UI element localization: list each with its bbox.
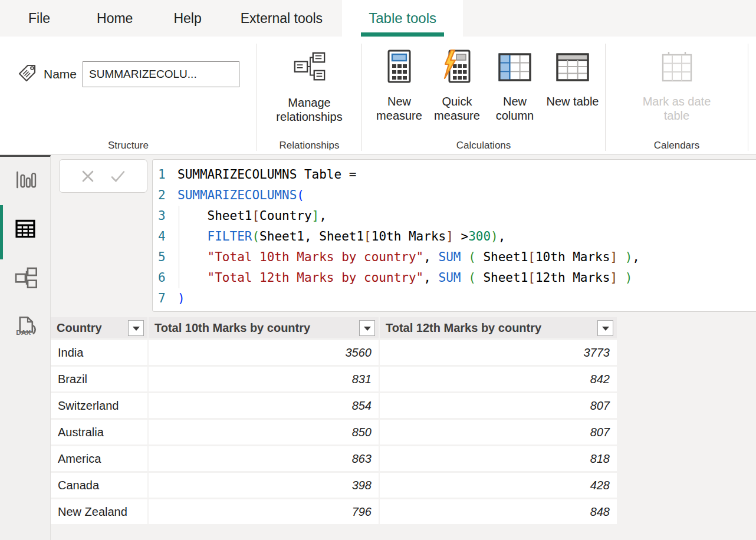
menu-item-external-tools[interactable]: External tools [241,0,323,37]
code-text: "Total 10th Marks by country", SUM ( She… [178,247,640,268]
quick-measure-button[interactable]: Quick measure [428,37,486,123]
name-label: Name [44,67,77,81]
menu-item-file[interactable]: File [28,0,50,37]
value-cell[interactable]: 807 [380,393,617,418]
column-header-2[interactable]: Total 12th Marks by country [380,317,617,338]
dax-query-view-icon: DAX [13,314,38,341]
filter-dropdown-icon [133,327,140,331]
country-cell[interactable]: Australia [51,420,147,444]
line-number: 1 [156,164,170,185]
ribbon-group-calendars: Mark as date table Calendars [606,37,748,154]
country-cell[interactable]: India [51,340,147,365]
quick-measure-label: Quick measure [428,94,486,123]
line-number: 5 [156,247,170,268]
value-cell[interactable]: 3773 [380,340,617,365]
group-label-calendars: Calendars [606,140,748,152]
commit-formula-button[interactable] [109,167,127,185]
dax-formula-editor[interactable]: 1SUMMARIZECOLUMNS Table =2SUMMARIZECOLUM… [152,159,756,312]
table-row: Australia850807 [51,420,617,444]
indent-guide [179,268,179,288]
new-table-button[interactable]: New table [544,37,601,123]
code-line: 6 "Total 12th Marks by country", SUM ( S… [156,268,756,288]
line-number: 6 [156,268,170,288]
value-cell[interactable]: 831 [149,367,379,391]
table-row: America863818 [51,446,617,471]
manage-relationships-label: Manage relationships [257,96,361,124]
code-text: SUMMARIZECOLUMNS( [178,185,304,206]
country-cell[interactable]: Switzerland [51,393,147,418]
filter-dropdown-icon [602,327,609,331]
formula-actions [59,159,147,193]
tab-table-tools[interactable]: Table tools [342,0,463,37]
value-cell[interactable]: 863 [149,446,379,471]
country-cell[interactable]: Brazil [51,367,147,391]
code-text: FILTER(Sheet1, Sheet1[10th Marks] >300), [178,226,505,247]
table-name-input[interactable] [83,61,239,87]
value-cell[interactable]: 842 [380,367,617,391]
active-tab-underline [361,32,444,37]
tag-icon [17,62,38,86]
filter-dropdown-button[interactable] [359,320,375,336]
code-line: 5 "Total 10th Marks by country", SUM ( S… [156,247,756,268]
value-cell[interactable]: 428 [380,473,617,498]
ribbon-group-calculations: New measure Quick measure [362,37,605,154]
value-cell[interactable]: 854 [149,393,379,418]
indent-guide [179,206,179,226]
table-row: India35603773 [51,340,617,365]
value-cell[interactable]: 796 [149,499,379,524]
value-cell[interactable]: 848 [380,499,617,524]
new-column-label: New column [486,94,544,123]
sidebar-item-report-view[interactable] [12,169,38,193]
new-measure-button[interactable]: New measure [370,37,428,123]
new-measure-icon [386,50,412,86]
table-row: Canada398428 [51,473,617,498]
filter-dropdown-icon [364,327,371,331]
sidebar-item-data-view[interactable] [12,218,38,242]
data-view-pane: 1SUMMARIZECOLUMNS Table =2SUMMARIZECOLUM… [51,155,756,540]
column-header-1[interactable]: Total 10th Marks by country [149,317,379,338]
menu-item-help[interactable]: Help [173,0,201,37]
value-cell[interactable]: 818 [380,446,617,471]
code-text: SUMMARIZECOLUMNS Table = [178,164,356,185]
menu-bar: File Home Help External tools Table tool… [0,0,756,37]
sidebar-item-model-view[interactable] [12,266,38,291]
code-line: 2SUMMARIZECOLUMNS( [156,185,756,206]
country-cell[interactable]: America [51,446,147,471]
value-cell[interactable]: 398 [149,473,379,498]
manage-relationships-button[interactable]: Manage relationships [257,37,361,124]
tab-table-tools-label: Table tools [369,10,436,27]
indent-guide [179,247,179,268]
code-line: 3 Sheet1[Country], [156,206,756,226]
menu-item-home[interactable]: Home [97,0,133,37]
table-row: Switzerland854807 [51,393,617,418]
code-text: ) [178,288,185,309]
model-view-icon [14,266,37,292]
filter-dropdown-button[interactable] [128,320,144,336]
table-row: Brazil831842 [51,367,617,391]
line-number: 4 [156,226,170,247]
column-header-label: Country [57,321,102,335]
active-view-indicator [0,205,3,259]
value-cell[interactable]: 807 [380,420,617,444]
quick-measure-icon [442,50,472,86]
column-header-0[interactable]: Country [51,317,147,338]
ribbon-group-structure: Name Structure [0,37,257,154]
sidebar-item-dax-query-view[interactable]: DAX [12,315,38,340]
data-table: CountryTotal 10th Marks by countryTotal … [51,315,618,526]
group-label-structure: Structure [0,140,257,152]
value-cell[interactable]: 3560 [149,340,379,365]
mark-as-date-table-label: Mark as date table [635,94,718,123]
new-column-button[interactable]: New column [486,37,544,123]
filter-dropdown-button[interactable] [597,320,613,336]
header-row: CountryTotal 10th Marks by countryTotal … [51,317,617,338]
cancel-formula-button[interactable] [79,167,97,185]
country-cell[interactable]: Canada [51,473,147,498]
svg-text:DAX: DAX [16,328,31,337]
group-label-calculations: Calculations [362,140,605,152]
country-cell[interactable]: New Zealand [51,499,147,524]
value-cell[interactable]: 850 [149,420,379,444]
code-text: Sheet1[Country], [178,206,327,226]
column-header-label: Total 12th Marks by country [386,321,541,335]
indent-guide [179,226,179,247]
line-number: 2 [156,185,170,206]
